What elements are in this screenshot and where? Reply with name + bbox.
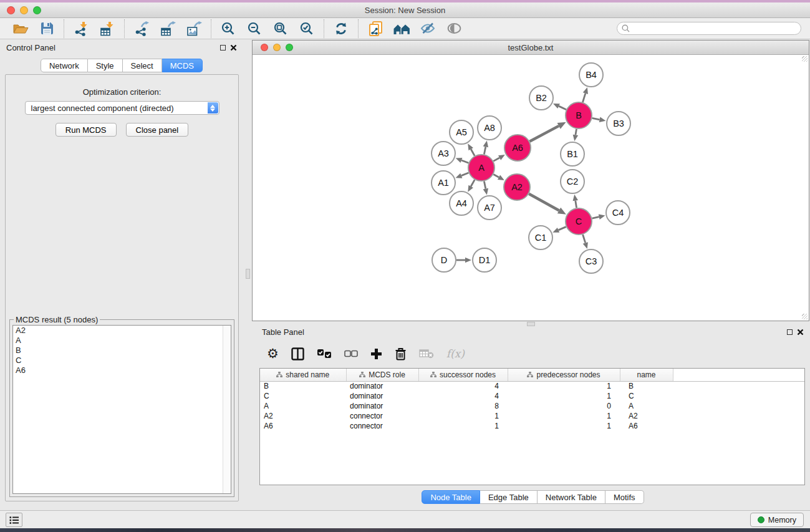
graph-edge-A-A5[interactable]: [471, 149, 475, 156]
app-titlebar: Session: New Session: [0, 2, 810, 18]
tab-select[interactable]: Select: [123, 59, 162, 72]
mcds-result-list[interactable]: A2ABCA6: [12, 325, 231, 494]
tab-network[interactable]: Network: [41, 59, 88, 72]
graph-node-label-B3: B3: [613, 118, 624, 128]
result-list-item[interactable]: C: [13, 355, 231, 365]
network-close-button[interactable]: [261, 44, 268, 51]
table-row[interactable]: Bdominator41B: [260, 381, 804, 391]
graph-edge-A-A3[interactable]: [461, 160, 468, 163]
column-layout-icon[interactable]: [291, 347, 304, 360]
graph-edge-B-B3[interactable]: [592, 118, 600, 119]
select-all-icon[interactable]: [317, 349, 332, 359]
graph-edge-A-A6[interactable]: [493, 158, 499, 161]
tab-mcds[interactable]: MCDS: [162, 59, 203, 72]
table-row[interactable]: A6connector11A6: [260, 421, 804, 431]
result-scrollbar[interactable]: [223, 326, 231, 493]
delete-trash-icon[interactable]: [395, 347, 407, 360]
hide-eye-icon[interactable]: [417, 19, 439, 38]
graph-edge-A-A4[interactable]: [471, 180, 475, 186]
settings-gear-icon[interactable]: ⚙: [267, 347, 279, 360]
zoom-in-icon[interactable]: [217, 19, 239, 38]
table-header-row[interactable]: shared name MCDS role successor nodes pr…: [260, 369, 804, 381]
network-canvas[interactable]: AA1A2A3A4A5A6A7A8BB1B2B3B4CC1C2C3C4DD1: [253, 55, 809, 321]
graph-edge-arrow: [599, 117, 606, 122]
result-list-item[interactable]: B: [13, 346, 231, 355]
search-input[interactable]: [617, 22, 801, 35]
close-panel-button[interactable]: Close panel: [126, 123, 189, 137]
zoom-out-icon[interactable]: [243, 19, 266, 38]
zoom-window-button[interactable]: [33, 6, 41, 14]
column-header-shared-name[interactable]: shared name: [260, 369, 346, 381]
canvas-resize-mark[interactable]: [802, 314, 808, 319]
column-header-predecessor-nodes[interactable]: predecessor nodes: [508, 369, 620, 381]
graph-edge-A-A2[interactable]: [493, 175, 499, 178]
export-image-icon[interactable]: [183, 19, 205, 38]
graph-edge-A-A1[interactable]: [461, 173, 469, 176]
hierarchy-icon: [359, 370, 365, 379]
table-panel: Table Panel ⚙ f(x) shared name MCDS role…: [256, 324, 810, 509]
graph-edge-C-C1[interactable]: [559, 227, 566, 230]
table-row[interactable]: A2connector11A2: [260, 411, 804, 421]
graph-edge-B-B4[interactable]: [582, 94, 585, 102]
import-network-icon[interactable]: [70, 19, 92, 38]
import-table-icon[interactable]: [96, 19, 118, 38]
float-panel-icon[interactable]: [787, 329, 793, 335]
graph-edge-A-A7[interactable]: [484, 181, 485, 189]
result-list-item[interactable]: A2: [13, 326, 231, 336]
graph-edge-A-A8[interactable]: [484, 147, 485, 154]
graph-edge-C-C3[interactable]: [583, 235, 586, 243]
close-panel-icon[interactable]: [797, 329, 804, 336]
close-window-button[interactable]: [7, 6, 15, 14]
criterion-value: largest connected component (directed): [31, 104, 174, 113]
zoom-fit-icon[interactable]: [269, 19, 292, 38]
vertical-splitter-grip[interactable]: [246, 269, 250, 279]
tab-node-table[interactable]: Node Table: [422, 490, 480, 504]
mcds-result-title: MCDS result (5 nodes): [14, 315, 100, 324]
export-network-icon[interactable]: [130, 19, 153, 38]
graph-edge-C-C2[interactable]: [576, 201, 577, 208]
show-eye-icon[interactable]: [443, 19, 465, 38]
node-table[interactable]: shared name MCDS role successor nodes pr…: [259, 368, 805, 485]
canvas-resize-mark[interactable]: [802, 56, 808, 62]
column-header-successor-nodes[interactable]: successor nodes: [418, 369, 508, 381]
hierarchy-icon: [527, 370, 533, 379]
table-row[interactable]: Adominator80A: [260, 401, 804, 411]
tab-edge-table[interactable]: Edge Table: [480, 490, 538, 504]
graph-edge-arrow: [456, 173, 463, 178]
graph-edge-B-B1[interactable]: [576, 129, 577, 135]
minimize-window-button[interactable]: [20, 6, 28, 14]
graph-node-label-B: B: [576, 110, 582, 120]
graph-edge-A6-B[interactable]: [529, 126, 559, 142]
network-zoom-button[interactable]: [286, 44, 293, 51]
result-list-item[interactable]: A6: [13, 365, 231, 375]
graph-edge-A2-C[interactable]: [529, 194, 559, 211]
save-icon[interactable]: [36, 19, 58, 38]
tab-motifs[interactable]: Motifs: [605, 490, 644, 504]
result-list-item[interactable]: A: [13, 336, 231, 346]
home-icon[interactable]: [390, 19, 413, 38]
float-panel-icon[interactable]: [220, 45, 226, 51]
add-icon[interactable]: [370, 348, 382, 360]
close-panel-icon[interactable]: [230, 44, 237, 51]
export-table-icon[interactable]: [157, 19, 179, 38]
network-window-titlebar[interactable]: testGlobe.txt: [253, 41, 809, 55]
memory-button[interactable]: Memory: [750, 513, 804, 527]
tab-style[interactable]: Style: [88, 59, 123, 72]
graph-edge-C-C4[interactable]: [592, 217, 599, 219]
table-row[interactable]: Cdominator41C: [260, 391, 804, 401]
task-list-icon: [9, 516, 19, 525]
criterion-select[interactable]: largest connected component (directed): [25, 101, 219, 115]
zoom-selected-icon[interactable]: [296, 19, 318, 38]
network-document-icon[interactable]: [364, 19, 387, 38]
network-minimize-button[interactable]: [273, 44, 281, 51]
tab-network-table[interactable]: Network Table: [538, 490, 605, 504]
run-mcds-button[interactable]: Run MCDS: [55, 123, 117, 137]
task-list-button[interactable]: [6, 513, 22, 527]
graph-edge-B-B2[interactable]: [559, 106, 566, 110]
deselect-all-icon[interactable]: [344, 350, 358, 357]
column-header-mcds-role[interactable]: MCDS role: [346, 369, 418, 381]
open-folder-icon[interactable]: [9, 19, 32, 38]
column-header-name[interactable]: name: [620, 369, 673, 381]
window-controls[interactable]: [7, 6, 41, 14]
refresh-icon[interactable]: [330, 19, 352, 38]
